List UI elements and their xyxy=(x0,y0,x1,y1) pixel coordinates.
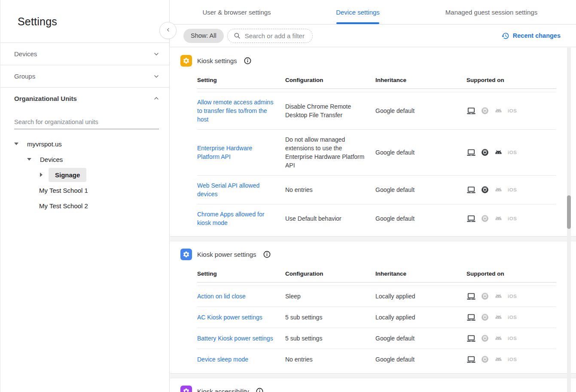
sidebar-item-organizational-units[interactable]: Organizational Units xyxy=(0,88,169,109)
scrollbar-thumb[interactable] xyxy=(567,195,571,229)
col-inheritance: Inheritance xyxy=(375,77,466,83)
supported-on-icons: iOS xyxy=(466,148,556,157)
android-icon xyxy=(494,185,503,194)
setting-link[interactable]: Enterprise Hardware Platform API xyxy=(197,144,276,161)
table-row: Chrome Apps allowed for kiosk mode Use D… xyxy=(197,204,556,233)
sidebar-item-groups[interactable]: Groups xyxy=(0,65,169,88)
settings-section-card: Kiosk accessibility xyxy=(170,378,576,392)
chevron-up-icon xyxy=(153,95,160,102)
inheritance-value: Google default xyxy=(375,106,466,115)
col-supported-on: Supported on xyxy=(466,77,556,83)
setting-link[interactable]: Web Serial API allowed devices xyxy=(197,181,276,198)
info-icon[interactable] xyxy=(263,250,271,258)
sidebar-item-label: Groups xyxy=(14,73,35,80)
tab-device-settings[interactable]: Device settings xyxy=(336,0,380,24)
android-icon xyxy=(494,148,503,157)
section-title: Kiosk power settings xyxy=(197,251,256,258)
expand-arrow-icon[interactable] xyxy=(14,143,27,145)
tree-item-my-test-school-2[interactable]: My Test School 2 xyxy=(0,198,169,213)
inheritance-value: Google default xyxy=(375,334,466,343)
table-row: Device sleep mode No entries Google defa… xyxy=(197,349,556,370)
supported-on-icons: iOS xyxy=(466,355,556,364)
table-row: Web Serial API allowed devices No entrie… xyxy=(197,176,556,204)
info-icon[interactable] xyxy=(256,387,264,392)
supported-on-icons: iOS xyxy=(466,185,556,194)
table-row: Battery Kiosk power settings 5 sub setti… xyxy=(197,328,556,349)
configuration-value: No entries xyxy=(285,355,375,364)
setting-link[interactable]: Device sleep mode xyxy=(197,355,276,364)
section-header: Kiosk settings xyxy=(170,48,576,73)
chrome-icon xyxy=(481,355,489,364)
configuration-value: Sleep xyxy=(285,292,375,301)
section-header: Kiosk power settings xyxy=(170,241,576,267)
section-title: Kiosk settings xyxy=(197,57,237,64)
chrome-icon xyxy=(481,292,489,301)
chevron-left-icon xyxy=(165,27,171,35)
filter-search-placeholder: Search or add a filter xyxy=(245,32,305,40)
settings-table: Setting Configuration Inheritance Suppor… xyxy=(197,267,556,370)
org-unit-search-input[interactable] xyxy=(14,116,159,129)
ios-icon: iOS xyxy=(508,187,517,192)
settings-cards: Kiosk settings Setting Configuration Inh… xyxy=(170,48,576,392)
chevron-down-icon xyxy=(153,51,160,58)
android-icon xyxy=(494,334,503,343)
table-row: Action on lid close Sleep Locally applie… xyxy=(197,286,556,307)
org-unit-tree: myvrspot.us Devices Signage My Test Scho… xyxy=(0,136,169,213)
tree-item-signage[interactable]: Signage xyxy=(0,167,169,182)
android-icon xyxy=(494,313,503,322)
history-icon xyxy=(501,32,509,40)
laptop-icon xyxy=(466,106,476,115)
tree-item-devices[interactable]: Devices xyxy=(0,152,169,167)
settings-section-card: Kiosk settings Setting Configuration Inh… xyxy=(170,48,576,237)
inheritance-value: Locally applied xyxy=(375,313,466,322)
org-unit-search xyxy=(14,116,159,129)
tab-managed-guest-session-settings[interactable]: Managed guest session settings xyxy=(445,0,537,24)
settings-sidebar: Settings Devices Groups Organizational U… xyxy=(0,0,170,392)
tree-item-myvrspot[interactable]: myvrspot.us xyxy=(0,136,169,152)
col-setting: Setting xyxy=(197,270,285,277)
configuration-value: 5 sub settings xyxy=(285,313,375,322)
laptop-icon xyxy=(466,313,476,322)
supported-on-icons: iOS xyxy=(466,106,556,115)
inheritance-value: Google default xyxy=(375,214,466,223)
ios-icon: iOS xyxy=(508,108,517,113)
configuration-value: 5 sub settings xyxy=(285,334,375,343)
expand-arrow-icon[interactable] xyxy=(40,173,49,177)
col-configuration: Configuration xyxy=(285,77,375,83)
setting-link[interactable]: Action on lid close xyxy=(197,292,276,301)
col-inheritance: Inheritance xyxy=(375,270,466,277)
setting-link[interactable]: Battery Kiosk power settings xyxy=(197,334,276,343)
collapse-sidebar-button[interactable] xyxy=(159,22,177,39)
recent-changes-label: Recent changes xyxy=(513,32,561,39)
chrome-icon xyxy=(481,106,489,115)
search-icon xyxy=(233,32,241,40)
filter-bar: Show: All Search or add a filter Recent … xyxy=(170,24,576,47)
show-filter-chip[interactable]: Show: All xyxy=(183,29,224,43)
tree-item-label: myvrspot.us xyxy=(27,140,62,148)
chrome-icon xyxy=(481,313,489,322)
inheritance-value: Google default xyxy=(375,148,466,157)
settings-section-card: Kiosk power settings Setting Configurati… xyxy=(170,241,576,374)
recent-changes-button[interactable]: Recent changes xyxy=(501,32,561,40)
section-gear-icon xyxy=(180,249,192,260)
tab-user-browser-settings[interactable]: User & browser settings xyxy=(202,0,271,24)
tree-item-my-test-school-1[interactable]: My Test School 1 xyxy=(0,182,169,198)
setting-link[interactable]: Chrome Apps allowed for kiosk mode xyxy=(197,210,276,227)
active-tab-indicator xyxy=(336,22,379,24)
laptop-icon xyxy=(466,355,476,364)
android-icon xyxy=(494,355,503,364)
expand-arrow-icon[interactable] xyxy=(27,158,40,161)
chrome-icon xyxy=(481,214,489,223)
laptop-icon xyxy=(466,148,476,157)
sidebar-item-label: Devices xyxy=(14,50,37,58)
info-icon[interactable] xyxy=(244,57,252,65)
ios-icon: iOS xyxy=(508,216,517,221)
setting-link[interactable]: Allow remote access admins to transfer f… xyxy=(197,98,276,124)
table-header-row: Setting Configuration Inheritance Suppor… xyxy=(197,267,556,283)
chrome-icon xyxy=(481,148,489,157)
setting-link[interactable]: AC Kiosk power settings xyxy=(197,313,276,322)
sidebar-item-devices[interactable]: Devices xyxy=(0,43,169,65)
inheritance-value: Locally applied xyxy=(375,292,466,301)
tree-item-label-selected[interactable]: Signage xyxy=(49,168,86,182)
filter-search-input[interactable]: Search or add a filter xyxy=(227,29,313,43)
